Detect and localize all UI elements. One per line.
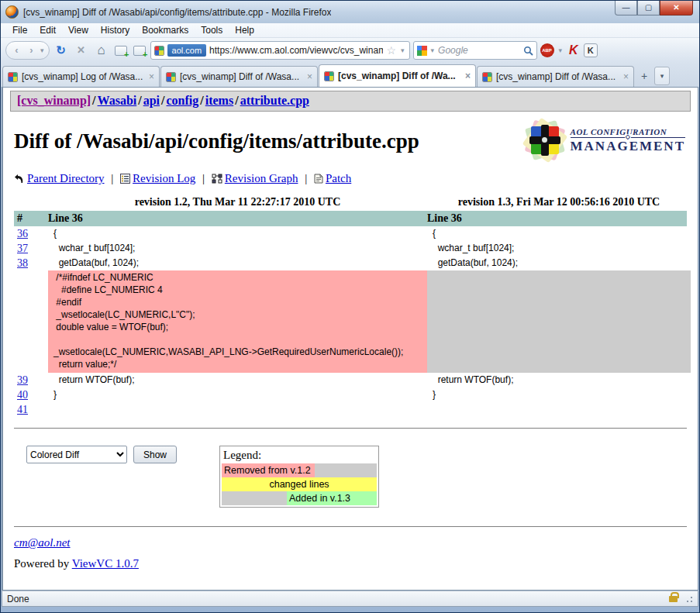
removed-code-block: /*#ifndef LC_NUMERIC #define LC_NUMERIC … — [48, 270, 427, 373]
site-favicon — [154, 46, 164, 56]
minimize-button[interactable]: — — [615, 1, 637, 15]
resize-grip[interactable] — [685, 595, 693, 603]
logo-text-line1: AOL CONFIGURATION◇ — [571, 127, 685, 138]
tab-log-wasabi[interactable]: [cvs_winamp] Log of /Wasa... × — [2, 66, 160, 87]
search-magnifier-icon[interactable] — [523, 46, 533, 56]
left-code: { — [48, 226, 427, 241]
right-code: wchar_t buf[1024]; — [427, 241, 691, 256]
diff-format-form: Colored Diff Show Legend: Removed from v… — [26, 446, 698, 508]
breadcrumb-wasabi[interactable]: Wasabi — [98, 94, 137, 107]
adblock-plus-icon[interactable]: ABP — [540, 43, 554, 57]
empty-code-block — [427, 270, 691, 373]
line-number-link[interactable]: 38 — [17, 257, 28, 269]
back-icon[interactable]: ‹ — [9, 43, 24, 58]
patch-link[interactable]: Patch — [326, 172, 351, 184]
menu-view[interactable]: View — [63, 24, 94, 36]
tab-list-dropdown-icon[interactable]: ▾ — [654, 67, 670, 85]
menu-file[interactable]: File — [7, 24, 33, 36]
search-input[interactable] — [438, 45, 520, 56]
left-code: wchar_t buf[1024]; — [48, 241, 427, 256]
line-number-link[interactable]: 39 — [17, 374, 28, 386]
history-dropdown-icon[interactable]: ▾ — [39, 46, 46, 54]
tab-diff-wasabi-1[interactable]: [cvs_winamp] Diff of /Wasa... × — [160, 66, 318, 87]
menu-bookmarks[interactable]: Bookmarks — [136, 24, 194, 36]
maximize-button[interactable]: ▢ — [637, 1, 660, 15]
page-footer: cm@aol.net Powered by ViewVC 1.0.7 — [3, 527, 698, 570]
line-number-link[interactable]: 40 — [17, 389, 28, 401]
patch-icon — [314, 174, 323, 184]
left-code: getData(buf, 1024); — [48, 256, 427, 270]
tab-diff-wasabi-2[interactable]: [cvs_winamp] Diff of /Wasa... × — [477, 66, 634, 87]
title-bar[interactable]: [cvs_winamp] Diff of /Wasabi/api/config/… — [1, 1, 699, 23]
diff-format-select[interactable]: Colored Diff — [26, 446, 127, 463]
tab-favicon — [166, 72, 176, 82]
viewvc-link[interactable]: ViewVC 1.0.7 — [72, 557, 139, 570]
tab-close-icon[interactable]: × — [465, 71, 471, 81]
forward-icon[interactable]: › — [24, 43, 39, 58]
menu-history[interactable]: History — [95, 24, 135, 36]
firefox-window: [cvs_winamp] Diff of /Wasabi/api/config/… — [0, 0, 700, 613]
kaspersky-icon[interactable]: K — [567, 43, 581, 57]
page-content: [cvs_winamp]/Wasabi/api/config/items/att… — [2, 87, 698, 591]
line-number-link[interactable]: 41 — [17, 404, 28, 415]
k-extension-icon[interactable]: K — [584, 43, 598, 57]
url-dropdown-icon[interactable]: ▾ — [399, 46, 406, 54]
reload-icon[interactable]: ↻ — [53, 42, 70, 59]
revision-log-icon — [120, 174, 130, 184]
breadcrumb-items[interactable]: items — [205, 94, 233, 107]
new-tab-extension-icon[interactable] — [133, 46, 146, 56]
breadcrumb-cvs-winamp[interactable]: [cvs_winamp] — [17, 94, 91, 107]
diff-column-headers: # Line 36 Line 36 — [14, 211, 687, 226]
site-identity-badge[interactable]: aol.com — [167, 44, 207, 57]
page-title: Diff of /Wasabi/api/config/items/attribu… — [14, 129, 419, 153]
breadcrumb-attribute-cpp[interactable]: attribute.cpp — [240, 94, 309, 107]
new-tab-button[interactable]: + — [635, 67, 653, 85]
tab-close-icon[interactable]: × — [623, 71, 629, 82]
diff-row-39: 39 return WTOF(buf); return WTOF(buf); — [14, 373, 687, 387]
line-number-column-header: # — [14, 211, 48, 226]
url-text[interactable]: https://www.cm.aol.com/viewvc/cvs_winamp… — [209, 45, 383, 56]
divider — [14, 428, 687, 429]
status-text: Done — [7, 594, 29, 604]
right-code: return WTOF(buf); — [427, 373, 691, 387]
menu-tools[interactable]: Tools — [195, 24, 228, 36]
google-engine-icon[interactable] — [417, 46, 427, 56]
left-code — [48, 402, 427, 417]
tab-bar: [cvs_winamp] Log of /Wasa... × [cvs_wina… — [1, 63, 699, 87]
navigation-toolbar: ‹ › ▾ ↻ ✕ ⌂ aol.com https://www.cm.aol.c… — [1, 38, 699, 63]
breadcrumb-config[interactable]: config — [167, 94, 199, 107]
secure-lock-icon[interactable] — [669, 596, 678, 602]
bookmark-star-icon[interactable]: ☆ — [386, 44, 396, 57]
menu-help[interactable]: Help — [229, 24, 260, 36]
line-number-link[interactable]: 36 — [17, 228, 28, 239]
left-column-header: Line 36 — [48, 211, 427, 226]
legend-title: Legend: — [222, 448, 377, 463]
close-button[interactable]: ✕ — [660, 1, 693, 15]
adblock-dropdown-icon[interactable]: ▾ — [557, 46, 564, 54]
search-engine-dropdown-icon[interactable]: ▾ — [429, 46, 436, 54]
url-bar[interactable]: aol.com https://www.cm.aol.com/viewvc/cv… — [150, 41, 410, 60]
page-nav-links: Parent Directory | Revision Log | Revisi… — [3, 160, 698, 185]
diff-table: revision 1.2, Thu Mar 11 22:27:17 2010 U… — [14, 196, 687, 417]
new-window-extension-icon[interactable] — [115, 46, 127, 56]
right-code — [427, 402, 691, 417]
legend: Legend: Removed from v.1.2 changed lines… — [219, 446, 379, 508]
menu-edit[interactable]: Edit — [34, 24, 61, 36]
revision-log-link[interactable]: Revision Log — [133, 172, 195, 184]
breadcrumb-api[interactable]: api — [143, 94, 160, 107]
contact-email-link[interactable]: cm@aol.net — [14, 536, 71, 549]
revision-graph-link[interactable]: Revision Graph — [225, 172, 298, 184]
stop-icon[interactable]: ✕ — [73, 42, 90, 59]
aol-cm-logo: AOL CONFIGURATION◇ MANAGEMENT — [526, 121, 685, 160]
line-number-link[interactable]: 37 — [17, 243, 28, 254]
revision-graph-icon — [212, 174, 222, 184]
home-icon[interactable]: ⌂ — [93, 42, 110, 59]
search-bar[interactable]: ▾ — [413, 41, 537, 60]
tab-favicon — [324, 71, 334, 81]
tab-close-icon[interactable]: × — [149, 71, 154, 82]
tab-close-icon[interactable]: × — [307, 71, 312, 82]
tab-diff-wasabi-active[interactable]: [cvs_winamp] Diff of /Wa... × — [319, 64, 476, 87]
parent-directory-link[interactable]: Parent Directory — [27, 172, 105, 184]
right-column-header: Line 36 — [427, 211, 691, 226]
show-button[interactable]: Show — [133, 446, 177, 463]
